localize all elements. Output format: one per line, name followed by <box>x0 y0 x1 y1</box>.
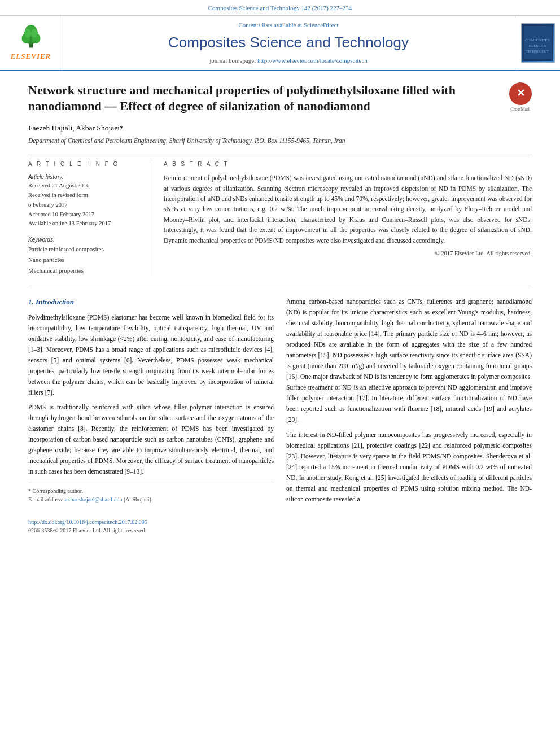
intro-paragraph-2: PDMS is traditionally reinforced with si… <box>28 402 274 477</box>
issn-line: 0266-3538/© 2017 Elsevier Ltd. All right… <box>28 526 274 535</box>
main-content: Network structure and mechanical propert… <box>0 71 560 547</box>
section-divider <box>28 286 532 286</box>
intro-right-paragraph-1: Among carbon-based nanoparticles such as… <box>286 296 532 425</box>
available-date: Available online 13 February 2017 <box>28 219 143 229</box>
email-note: E-mail address: akbar.shojaei@sharif.edu… <box>28 495 274 504</box>
blank-line <box>28 507 274 516</box>
crossmark-label: CrossMark <box>510 106 531 113</box>
info-abstract-columns: A R T I C L E I N F O Article history: R… <box>28 154 532 276</box>
accepted-date: Accepted 10 February 2017 <box>28 210 143 220</box>
elsevier-logo: ELSEVIER <box>0 16 62 70</box>
received-revised-label: Received in revised form <box>28 191 143 200</box>
journal-cover-image: COMPOSITES SCIENCE & TECHNOLOGY <box>521 23 555 63</box>
keywords-label: Keywords: <box>28 235 143 244</box>
received-date: Received 21 August 2016 <box>28 181 143 191</box>
svg-text:SCIENCE &: SCIENCE & <box>528 44 546 47</box>
abstract-text: Reinforcement of polydimethylsiloxane (P… <box>164 173 532 246</box>
journal-center: Contents lists available at ScienceDirec… <box>62 16 515 70</box>
svg-point-6 <box>31 29 38 38</box>
intro-paragraph-1: Polydimethylsiloxane (PDMS) elastomer ha… <box>28 312 274 398</box>
article-title-section: Network structure and mechanical propert… <box>28 82 532 115</box>
elsevier-tree-icon <box>14 23 48 49</box>
abstract-copyright: © 2017 Elsevier Ltd. All rights reserved… <box>164 249 532 258</box>
intro-section-title: 1. Introduction <box>28 296 274 308</box>
revised-date: 6 February 2017 <box>28 200 143 210</box>
intro-right-paragraph-2: The interest in ND-filled polymer nanoco… <box>286 430 532 505</box>
body-left-column: 1. Introduction Polydimethylsiloxane (PD… <box>28 296 274 535</box>
svg-text:COMPOSITES: COMPOSITES <box>525 38 550 42</box>
contents-line: Contents lists available at ScienceDirec… <box>73 20 504 30</box>
keyword-1: Particle reinforced composites <box>28 244 143 255</box>
footnote-area: * Corresponding author. E-mail address: … <box>28 483 274 535</box>
svg-text:TECHNOLOGY: TECHNOLOGY <box>526 50 550 53</box>
article-title: Network structure and mechanical propert… <box>28 82 532 115</box>
journal-title: Composites Science and Technology <box>73 32 504 54</box>
abstract-heading: A B S T R A C T <box>164 160 532 168</box>
svg-point-5 <box>24 29 31 38</box>
history-label: Article history: <box>28 173 143 181</box>
crossmark-icon: ✕ <box>509 82 532 105</box>
crossmark-badge: ✕ CrossMark <box>509 82 532 113</box>
svg-rect-8 <box>524 26 552 59</box>
doi-link: http://dx.doi.org/10.1016/j.compscitech.… <box>28 518 274 526</box>
journal-header: ELSEVIER Contents lists available at Sci… <box>0 16 560 71</box>
journal-reference: Composites Science and Technology 142 (2… <box>0 0 560 16</box>
affiliation: Department of Chemical and Petroleum Eng… <box>28 136 532 146</box>
journal-thumbnail: COMPOSITES SCIENCE & TECHNOLOGY <box>515 16 560 70</box>
abstract-column: A B S T R A C T Reinforcement of polydim… <box>164 160 532 276</box>
body-content: 1. Introduction Polydimethylsiloxane (PD… <box>28 296 532 535</box>
keyword-3: Mechanical properties <box>28 265 143 276</box>
article-history: Article history: Received 21 August 2016… <box>28 173 143 229</box>
corresponding-author-note: * Corresponding author. <box>28 487 274 495</box>
journal-homepage: journal homepage: http://www.elsevier.co… <box>73 56 504 65</box>
homepage-link[interactable]: http://www.elsevier.com/locate/compscite… <box>257 57 368 64</box>
authors: Faezeh Hajiali, Akbar Shojaei* <box>28 123 532 134</box>
article-info-column: A R T I C L E I N F O Article history: R… <box>28 160 152 276</box>
body-right-column: Among carbon-based nanoparticles such as… <box>286 296 532 535</box>
keyword-2: Nano particles <box>28 255 143 265</box>
article-info-heading: A R T I C L E I N F O <box>28 160 143 168</box>
keywords-block: Keywords: Particle reinforced composites… <box>28 235 143 276</box>
elsevier-name: ELSEVIER <box>11 51 51 62</box>
